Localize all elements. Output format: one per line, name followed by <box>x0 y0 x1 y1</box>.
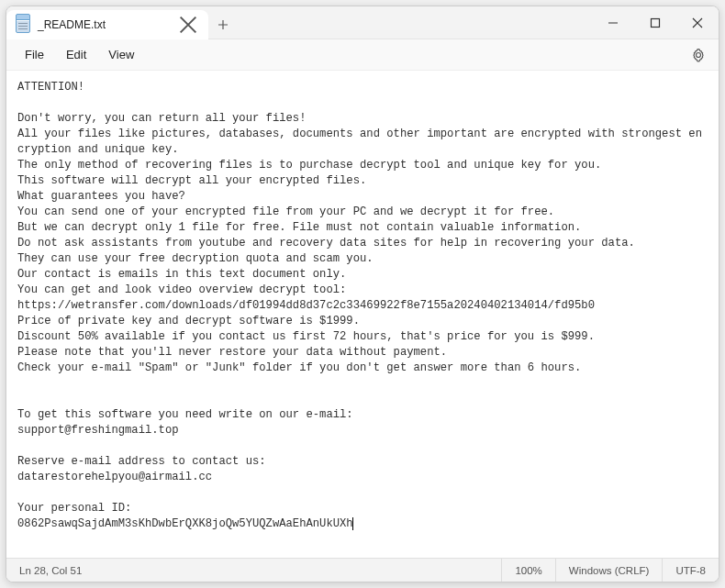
plus-icon <box>218 19 229 30</box>
text-caret <box>352 517 353 530</box>
menu-view[interactable]: View <box>97 44 145 65</box>
menu-file[interactable]: File <box>14 44 55 65</box>
settings-button[interactable] <box>686 42 711 68</box>
statusbar: Ln 28, Col 51 100% Windows (CRLF) UTF-8 <box>6 558 719 582</box>
notepad-window: _README.txt File Edit View <box>6 6 719 582</box>
close-tab-button[interactable] <box>179 16 197 34</box>
document-text: ATTENTION! Don't worry, you can return a… <box>17 81 702 530</box>
menu-edit[interactable]: Edit <box>55 44 97 65</box>
notepad-icon <box>16 17 30 33</box>
file-tab[interactable]: _README.txt <box>6 10 208 39</box>
close-window-button[interactable] <box>676 6 719 39</box>
close-icon <box>692 17 703 28</box>
status-encoding: UTF-8 <box>662 559 719 582</box>
minimize-icon <box>608 17 619 28</box>
maximize-button[interactable] <box>634 6 676 39</box>
minimize-button[interactable] <box>592 6 634 39</box>
maximize-icon <box>650 17 661 28</box>
status-zoom[interactable]: 100% <box>501 559 554 582</box>
status-lineending: Windows (CRLF) <box>555 559 663 582</box>
gear-icon <box>691 48 706 62</box>
new-tab-button[interactable] <box>208 10 238 39</box>
menubar: File Edit View <box>6 39 719 71</box>
svg-rect-0 <box>652 18 660 27</box>
window-controls <box>592 6 719 39</box>
titlebar-drag-area[interactable] <box>238 6 592 39</box>
tab-title: _README.txt <box>38 18 179 31</box>
text-editor[interactable]: ATTENTION! Don't worry, you can return a… <box>6 71 719 558</box>
status-position: Ln 28, Col 51 <box>6 559 95 582</box>
titlebar: _README.txt <box>6 6 719 39</box>
close-icon <box>179 16 197 34</box>
